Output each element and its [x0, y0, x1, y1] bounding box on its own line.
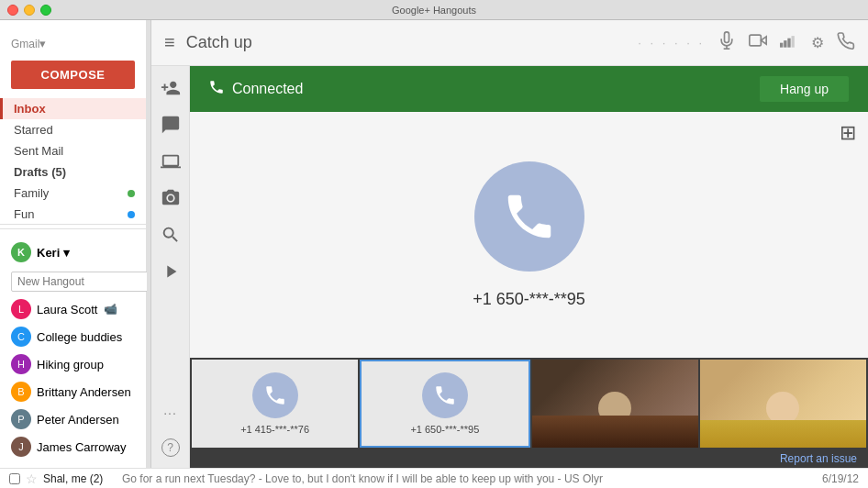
nav-item-inbox[interactable]: Inbox: [0, 98, 146, 119]
new-hangout-input[interactable]: [11, 272, 161, 292]
search-magnify-icon[interactable]: [154, 218, 187, 251]
user-name: Keri ▾: [37, 246, 70, 260]
camera-icon[interactable]: [154, 182, 187, 215]
svg-rect-7: [792, 36, 795, 48]
thumbnail-4[interactable]: [700, 360, 866, 448]
hangouts-menu-icon[interactable]: ≡: [164, 32, 175, 53]
phone-avatar-circle: [474, 161, 584, 272]
mute-icon[interactable]: [718, 31, 736, 54]
svg-marker-2: [761, 37, 766, 44]
email-date: 6/19/12: [822, 472, 859, 485]
peter-avatar: P: [11, 409, 31, 429]
thumbnails-row: +1 415-***-**76 +1 650-***-**95: [190, 358, 868, 449]
contact-college[interactable]: C College buddies: [0, 323, 146, 350]
video-indicator: 📹: [104, 303, 117, 316]
email-from: Shal, me (2): [43, 472, 117, 485]
add-person-icon[interactable]: [154, 72, 187, 105]
gmail-sidebar: Gmail▾ COMPOSE Inbox Starred Sent Mail D…: [0, 20, 147, 468]
report-row: Report an issue: [190, 449, 868, 468]
contact-hiking[interactable]: H Hiking group: [0, 350, 146, 378]
play-icon[interactable]: [154, 255, 187, 288]
compose-button[interactable]: COMPOSE: [11, 61, 135, 89]
contact-james[interactable]: J James Carroway: [0, 433, 146, 460]
report-issue-link[interactable]: Report an issue: [780, 452, 857, 465]
thumb2-number: +1 650-***-**95: [410, 424, 479, 435]
peter-name: Peter Andersen: [37, 413, 119, 427]
close-button[interactable]: [7, 5, 18, 16]
contact-laura[interactable]: L Laura Scott 📹: [0, 295, 146, 323]
nav-label-inbox: Inbox: [14, 102, 46, 116]
svg-rect-5: [784, 40, 786, 48]
laura-name: Laura Scott: [37, 303, 98, 316]
star-icon[interactable]: ☆: [26, 471, 38, 486]
signal-icon[interactable]: [780, 34, 798, 51]
hangouts-title: Catch up: [186, 33, 639, 52]
screen-share-icon[interactable]: [154, 145, 187, 178]
email-preview: Go for a run next Tuesday? - Love to, bu…: [122, 472, 817, 485]
contact-peter[interactable]: P Peter Andersen: [0, 405, 146, 433]
hangouts-toolbar: · · · · · · ⚙: [638, 31, 855, 54]
thumb1-number: +1 415-***-**76: [240, 424, 309, 435]
svg-rect-3: [750, 35, 762, 46]
phone-end-icon[interactable]: [837, 32, 855, 54]
dots-icon: · · · · · ·: [638, 36, 705, 50]
brittany-name: Brittany Andersen: [37, 385, 131, 399]
nav-item-family[interactable]: Family: [0, 183, 146, 204]
gmail-logo-text: Gmail: [11, 38, 39, 50]
nav-label-family: Family: [14, 186, 49, 200]
sidebar-divider: [0, 224, 146, 225]
nav-label-starred: Starred: [14, 123, 53, 137]
family-dot: [128, 190, 135, 197]
svg-rect-4: [780, 43, 783, 48]
fun-dot: [128, 211, 135, 218]
more-options-icon[interactable]: ···: [154, 396, 187, 429]
svg-rect-6: [787, 39, 790, 48]
nav-label-fun: Fun: [14, 207, 34, 220]
gmail-nav: Inbox Starred Sent Mail Drafts (5) Famil…: [0, 98, 146, 220]
thumbnail-2[interactable]: +1 650-***-**95: [360, 360, 529, 448]
gmail-status-bar: ☆ Shal, me (2) Go for a run next Tuesday…: [0, 468, 868, 488]
nav-label-sent: Sent Mail: [14, 144, 63, 158]
james-name: James Carroway: [37, 440, 127, 454]
maximize-button[interactable]: [40, 5, 51, 16]
hiking-avatar: H: [11, 354, 31, 374]
new-hangout-row: 📞: [0, 268, 146, 295]
hangouts-sidebar: ··· ?: [151, 66, 190, 468]
gmail-logo-arrow: ▾: [39, 37, 46, 50]
main-phone-number: +1 650-***-**95: [473, 290, 585, 309]
window-title: Google+ Hangouts: [392, 5, 476, 16]
thumbnail-1[interactable]: +1 415-***-**76: [192, 360, 358, 448]
james-avatar: J: [11, 437, 31, 457]
brittany-avatar: B: [11, 382, 31, 402]
svg-point-8: [168, 195, 173, 201]
window-controls: [7, 5, 51, 16]
college-name: College buddies: [37, 330, 122, 344]
gmail-contacts: K Keri ▾ 📞 L Laura Scott 📹 C College bud…: [0, 228, 146, 468]
grid-icon[interactable]: ⊞: [840, 121, 855, 145]
call-display: ⊞ +1 650-***-**95: [190, 112, 868, 358]
nav-item-sent[interactable]: Sent Mail: [0, 140, 146, 161]
chat-icon[interactable]: [154, 108, 187, 141]
user-avatar: K: [11, 242, 31, 262]
settings-icon[interactable]: ⚙: [811, 34, 824, 51]
connected-status: Connected: [232, 81, 759, 97]
nav-item-starred[interactable]: Starred: [0, 119, 146, 140]
laura-avatar: L: [11, 299, 31, 319]
college-avatar: C: [11, 327, 31, 347]
gmail-logo[interactable]: Gmail▾: [0, 20, 146, 61]
nav-item-drafts[interactable]: Drafts (5): [0, 161, 146, 183]
hang-up-button[interactable]: Hang up: [759, 75, 850, 103]
call-banner: Connected Hang up: [190, 66, 868, 112]
user-header[interactable]: K Keri ▾: [0, 237, 146, 268]
thumbnail-3[interactable]: [532, 360, 698, 448]
contact-brittany[interactable]: B Brittany Andersen: [0, 378, 146, 405]
help-icon[interactable]: ?: [161, 438, 180, 457]
hiking-name: Hiking group: [37, 358, 104, 372]
video-off-icon[interactable]: [749, 31, 767, 54]
nav-label-drafts: Drafts (5): [14, 165, 66, 179]
phone-connected-icon: [208, 79, 225, 99]
email-checkbox[interactable]: [9, 473, 20, 484]
minimize-button[interactable]: [24, 5, 35, 16]
nav-item-fun[interactable]: Fun: [0, 204, 146, 220]
